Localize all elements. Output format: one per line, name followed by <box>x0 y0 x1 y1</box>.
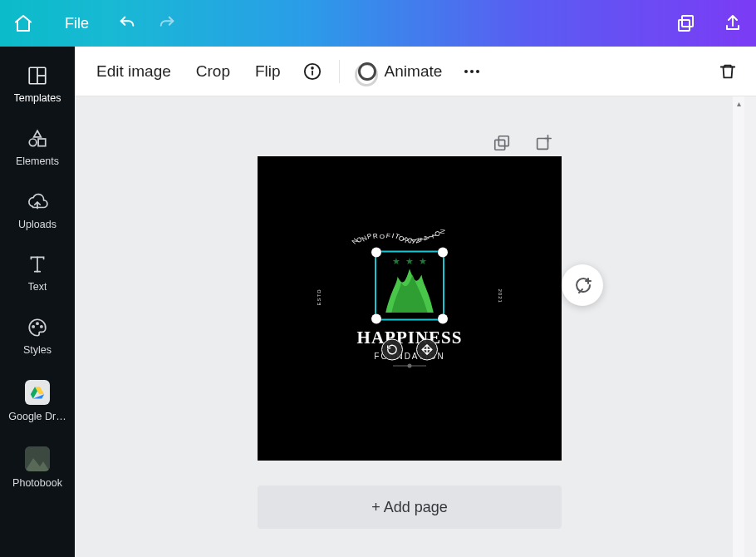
context-toolbar: Edit image Crop Flip Animate <box>75 47 756 96</box>
design-canvas[interactable]: NON PROFIT ORGANIZATION ESTD 2021 ★★★ <box>258 156 562 461</box>
file-menu-label: File <box>65 15 89 32</box>
sidebar-item-text[interactable]: Text <box>0 242 75 305</box>
flip-button[interactable]: Flip <box>245 57 291 86</box>
file-menu-button[interactable]: File <box>47 0 107 47</box>
toolbar-separator <box>339 60 340 83</box>
selected-graphic[interactable]: ★★★ <box>375 251 444 321</box>
info-icon <box>303 62 322 81</box>
trash-icon <box>719 62 737 81</box>
move-handle[interactable] <box>416 339 438 361</box>
sidebar-item-styles[interactable]: Styles <box>0 305 75 368</box>
sidebar-item-google-drive[interactable]: Google Dr… <box>0 368 75 435</box>
add-page-icon <box>534 134 552 152</box>
undo-icon <box>118 14 136 32</box>
elements-icon <box>27 128 48 150</box>
svg-marker-7 <box>34 131 42 137</box>
svg-point-10 <box>41 326 42 328</box>
move-icon <box>421 344 433 356</box>
comment-plus-icon <box>572 275 592 295</box>
info-button[interactable] <box>296 55 329 88</box>
duplicate-icon <box>493 134 511 152</box>
logo-group: NON PROFIT ORGANIZATION ESTD 2021 ★★★ <box>335 251 484 367</box>
animate-label: Animate <box>385 62 443 81</box>
duplicate-page-button[interactable] <box>490 131 513 155</box>
top-app-bar: File <box>0 0 756 47</box>
sidebar-item-label: Templates <box>14 93 61 105</box>
text-icon <box>27 254 48 275</box>
svg-rect-22 <box>498 136 508 146</box>
sidebar-item-templates[interactable]: Templates <box>0 53 75 116</box>
crop-button[interactable]: Crop <box>186 57 240 86</box>
svg-point-21 <box>476 70 479 73</box>
redo-button[interactable] <box>147 0 187 47</box>
resize-handle-bottom-right[interactable] <box>438 314 448 324</box>
add-page-label: + Add page <box>371 499 448 516</box>
topbar-left-group: File <box>0 0 187 47</box>
topbar-right-group <box>663 0 756 47</box>
photobook-icon <box>25 446 50 471</box>
export-button[interactable] <box>709 0 756 47</box>
logo-left-text: ESTD <box>317 289 322 306</box>
rotate-icon <box>386 344 398 356</box>
logo-right-text: 2021 <box>498 289 503 303</box>
svg-rect-0 <box>682 16 693 27</box>
resize-icon <box>676 13 696 33</box>
selection-action-row <box>381 339 438 361</box>
svg-rect-6 <box>38 139 46 146</box>
sidebar-item-label: Uploads <box>18 219 56 231</box>
svg-point-9 <box>37 323 38 324</box>
sidebar-item-uploads[interactable]: Uploads <box>0 180 75 243</box>
svg-rect-23 <box>495 140 505 150</box>
home-icon <box>13 13 33 33</box>
sidebar-item-label: Styles <box>23 345 52 357</box>
stage-scrollbar[interactable]: ▴ <box>733 96 744 557</box>
svg-point-8 <box>32 326 34 328</box>
export-icon <box>723 13 743 33</box>
uploads-icon <box>27 191 48 213</box>
more-icon <box>462 62 482 81</box>
svg-rect-1 <box>679 20 690 31</box>
sidebar-item-label: Elements <box>16 156 59 168</box>
rotate-handle[interactable] <box>381 339 403 361</box>
sidebar-item-photobook[interactable]: Photobook <box>0 435 75 501</box>
sidebar-item-label: Text <box>28 282 47 293</box>
animate-button[interactable]: Animate <box>350 59 451 84</box>
animate-icon <box>358 62 376 81</box>
logo-divider <box>393 366 426 367</box>
templates-icon <box>27 65 48 86</box>
flip-label: Flip <box>255 62 281 80</box>
sidebar-item-label: Photobook <box>12 478 62 490</box>
page-tools <box>490 131 555 155</box>
resize-handle-top-left[interactable] <box>371 248 381 258</box>
more-options-button[interactable] <box>455 55 488 88</box>
svg-point-20 <box>470 70 474 73</box>
logo-arc-text: NON PROFIT ORGANIZATION <box>347 233 472 240</box>
edit-image-button[interactable]: Edit image <box>86 57 181 86</box>
svg-point-5 <box>29 139 37 146</box>
undo-button[interactable] <box>107 0 147 47</box>
left-sidebar: Templates Elements Uploads Text Styles G… <box>0 47 75 557</box>
redo-icon <box>158 14 176 32</box>
sidebar-item-label: Google Dr… <box>8 412 66 423</box>
add-comment-button[interactable] <box>562 264 603 306</box>
selection-box <box>375 251 444 321</box>
resize-handle-bottom-left[interactable] <box>371 314 381 324</box>
crop-label: Crop <box>196 62 230 80</box>
svg-point-19 <box>464 70 468 73</box>
add-page-button[interactable]: + Add page <box>258 486 562 529</box>
canvas-stage: ▴ NON PROFIT ORGANIZATION ESTD 2021 ★★★ <box>75 96 744 557</box>
home-button[interactable] <box>0 0 47 47</box>
google-drive-icon <box>25 380 50 405</box>
svg-rect-24 <box>538 139 548 150</box>
svg-point-18 <box>312 67 313 68</box>
styles-icon <box>27 317 48 338</box>
edit-image-label: Edit image <box>96 62 171 80</box>
add-page-above-button[interactable] <box>532 131 555 155</box>
delete-button[interactable] <box>711 55 744 88</box>
resize-handle-top-right[interactable] <box>438 248 448 258</box>
sidebar-item-elements[interactable]: Elements <box>0 116 75 180</box>
resize-button[interactable] <box>663 0 709 47</box>
